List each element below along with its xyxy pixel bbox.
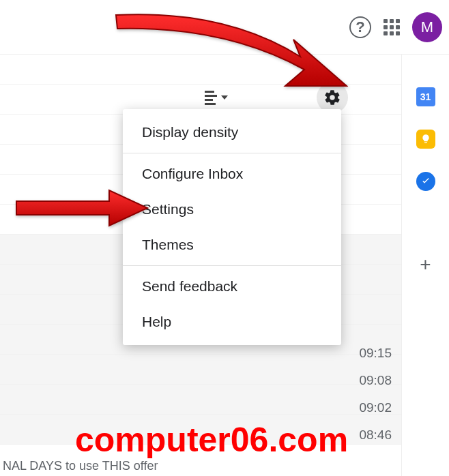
menu-separator — [123, 153, 341, 153]
menu-help[interactable]: Help — [123, 304, 341, 340]
partial-email-text: NAL DAYS to use THIS offer — [3, 459, 158, 473]
email-timestamps: 09:15 09:08 09:02 08:46 — [359, 340, 392, 449]
settings-menu: Display density Configure Inbox Settings… — [123, 109, 341, 345]
annotation-arrow-settings — [14, 188, 150, 228]
side-panel: 31 + — [401, 55, 449, 476]
calendar-icon[interactable]: 31 — [416, 87, 435, 106]
menu-configure-inbox[interactable]: Configure Inbox — [123, 156, 341, 192]
add-addon-icon[interactable]: + — [416, 255, 435, 274]
menu-display-density[interactable]: Display density — [123, 115, 341, 150]
timestamp: 08:46 — [359, 421, 392, 449]
tasks-icon[interactable] — [416, 172, 435, 191]
help-icon[interactable]: ? — [349, 16, 371, 38]
timestamp: 09:02 — [359, 394, 392, 421]
menu-send-feedback[interactable]: Send feedback — [123, 269, 341, 304]
menu-settings[interactable]: Settings — [123, 192, 341, 227]
google-apps-icon[interactable] — [383, 19, 400, 35]
menu-themes[interactable]: Themes — [123, 227, 341, 263]
keep-icon[interactable] — [416, 130, 435, 149]
menu-separator — [123, 265, 341, 266]
timestamp: 09:08 — [359, 367, 392, 394]
timestamp: 09:15 — [359, 340, 392, 367]
annotation-arrow-top — [102, 5, 348, 108]
account-avatar[interactable]: M — [412, 12, 442, 42]
watermark-text: computer06.com — [75, 420, 348, 460]
